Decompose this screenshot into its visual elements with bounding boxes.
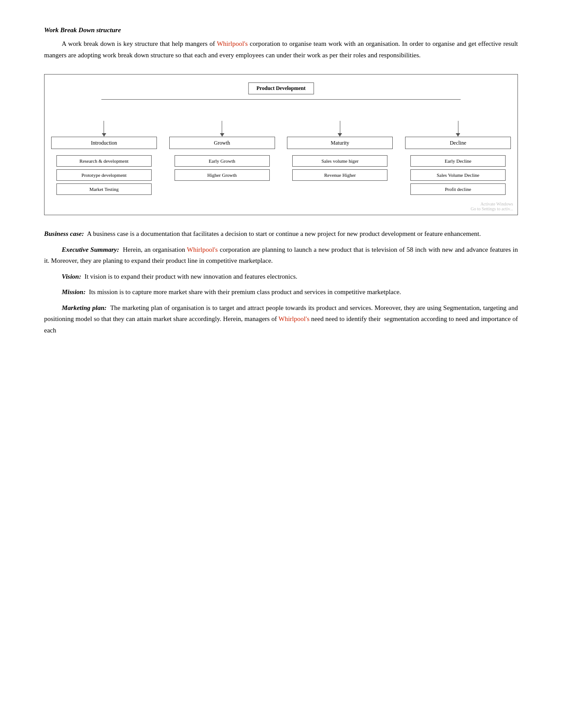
mission-paragraph: Mission: Its mission is to capture more … [44,287,518,298]
mission-text: Its mission is to capture more market sh… [89,288,401,295]
sub-box-intro-1: Research & development [56,155,152,167]
sub-box-intro-2: Prototype development [56,169,152,181]
activate-windows-watermark: Activate Windows Go to Settings to activ… [471,202,513,211]
arrow-stem-maturity [340,121,340,133]
main-box-maturity: Maturity [287,137,393,149]
executive-summary-label: Executive Summary: [62,246,119,253]
whirlpools-link-3[interactable]: Whirlpool's [279,315,309,322]
sub-box-growth-1: Early Growth [175,155,270,167]
arrow-stem-decline [458,121,458,133]
wbs-paragraph: A work break down is key structure that … [44,38,518,61]
business-case-text: A business case is a documentation that … [87,230,481,237]
arrow-stem-intro [104,121,104,133]
arrow-stem-growth [222,121,222,133]
sub-box-decline-2: Sales Volume Decline [410,169,506,181]
diagram-columns: Introduction Research & development Prot… [51,121,511,195]
wbs-diagram: Product Development Introduction Researc… [44,74,518,215]
main-box-growth: Growth [169,137,275,149]
main-box-introduction: Introduction [51,137,157,149]
wbs-title: Work Break Down structure [44,26,518,34]
arrow-head-intro [102,133,106,137]
sub-box-decline-1: Early Decline [410,155,506,167]
sub-box-maturity-2: Revenue Higher [292,169,387,181]
sub-box-decline-3: Profit decline [410,183,506,195]
executive-summary-paragraph: Executive Summary: Herein, an organisati… [44,244,518,267]
col-growth: Growth Early Growth Higher Growth [169,121,275,181]
main-box-decline: Decline [405,137,511,149]
col-maturity: Maturity Sales volume higer Revenue High… [287,121,393,181]
col-introduction: Introduction Research & development Prot… [51,121,157,195]
vision-paragraph: Vision: It vision is to expand their pro… [44,271,518,283]
business-case-paragraph: Business case: A business case is a docu… [44,228,518,240]
whirlpools-link-1[interactable]: Whirlpool's [217,40,248,47]
arrow-head-maturity [338,133,342,137]
business-case-label: Business case: [44,230,84,237]
h-connector-line [101,99,461,100]
marketing-plan-paragraph: Marketing plan: The marketing plan of or… [44,302,518,336]
sub-box-growth-2: Higher Growth [175,169,270,181]
sub-box-intro-3: Market Testing [56,183,152,195]
sub-box-maturity-1: Sales volume higer [292,155,387,167]
marketing-plan-label: Marketing plan: [62,304,107,311]
col-decline: Decline Early Decline Sales Volume Decli… [405,121,511,195]
business-case-section: Business case: A business case is a docu… [44,228,518,336]
top-box-product-development: Product Development [248,82,314,94]
vision-text: It vision is to expand their product wit… [85,273,298,280]
whirlpools-link-2[interactable]: Whirlpool's [187,246,218,253]
arrow-head-decline [456,133,460,137]
vision-label: Vision: [62,273,81,280]
arrow-head-growth [220,133,224,137]
mission-label: Mission: [62,288,86,295]
